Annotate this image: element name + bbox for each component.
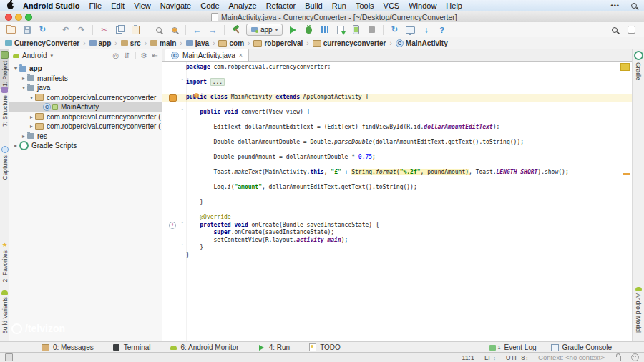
gradle-sync-icon[interactable]: ↻ bbox=[389, 24, 400, 36]
spotlight-search-icon[interactable] bbox=[631, 3, 637, 9]
code-line-14[interactable] bbox=[162, 162, 633, 170]
menu-build[interactable]: Build bbox=[305, 1, 322, 10]
tree-item-res[interactable]: ▸res bbox=[9, 132, 162, 142]
fold-marker-icon[interactable]: ˇ bbox=[181, 79, 185, 86]
code-line-7[interactable]: ˇ public void convert(View view) { bbox=[162, 109, 633, 117]
tree-item-mainactivity[interactable]: CMainActivity bbox=[9, 102, 162, 112]
tool-window-button-0-messages[interactable]: 0: Messages bbox=[42, 343, 94, 351]
code-line-13[interactable]: Double poundAmount = dollarAmountDouble … bbox=[162, 154, 633, 162]
context-indicator[interactable]: Context: <no context> bbox=[538, 353, 605, 361]
menu-view[interactable]: View bbox=[134, 1, 151, 10]
sidebar-item-1-project[interactable]: 1: Project bbox=[0, 49, 9, 89]
breadcrumb-com[interactable]: com bbox=[218, 39, 244, 47]
code-line-4[interactable] bbox=[162, 87, 633, 94]
tool-window-button-gradle-console[interactable]: Gradle Console bbox=[551, 343, 612, 351]
menu-code[interactable]: Code bbox=[200, 1, 219, 10]
menu-android-studio[interactable]: Android Studio bbox=[23, 1, 79, 10]
scrollbar-highlight-mark[interactable] bbox=[623, 173, 630, 175]
menu-analyze[interactable]: Analyze bbox=[229, 1, 257, 10]
tree-item-app[interactable]: ▾app bbox=[9, 64, 162, 74]
debug-icon[interactable] bbox=[303, 24, 314, 36]
search-everywhere-icon[interactable] bbox=[612, 27, 618, 33]
apple-menu-icon[interactable] bbox=[7, 2, 14, 9]
code-line-20[interactable] bbox=[162, 207, 633, 215]
code-line-18[interactable] bbox=[162, 192, 633, 200]
zoom-window-button[interactable] bbox=[25, 14, 32, 21]
line-ending-selector[interactable]: LF↕ bbox=[484, 353, 496, 361]
close-tab-icon[interactable]: × bbox=[239, 52, 243, 59]
minimize-window-button[interactable] bbox=[15, 14, 22, 21]
help-icon[interactable]: ? bbox=[436, 24, 447, 36]
hide-panel-icon[interactable]: ⇤ bbox=[152, 52, 158, 59]
tree-item-com-robpercival-currencyconverter[interactable]: ▸com.robpercival.currencyconverter ( bbox=[9, 122, 162, 132]
code-line-19[interactable]: } bbox=[162, 199, 633, 207]
breadcrumb-main[interactable]: main bbox=[150, 39, 176, 47]
sdk-manager-icon[interactable]: ↓ bbox=[421, 24, 431, 36]
tree-item-com-robpercival-currencyconverter[interactable]: ▾com.robpercival.currencyconverter bbox=[9, 93, 162, 103]
code-line-12[interactable] bbox=[162, 147, 633, 155]
breadcrumb-currencyconverter[interactable]: currencyconverter bbox=[313, 39, 386, 47]
breadcrumb-mainactivity[interactable]: CMainActivity bbox=[396, 39, 448, 47]
sidebar-item-android-model[interactable]: Android Model bbox=[633, 285, 644, 335]
tab-mainactivity-java[interactable]: C MainActivity.java × bbox=[165, 49, 249, 61]
menu-vcs[interactable]: VCS bbox=[384, 1, 400, 10]
code-line-16[interactable] bbox=[162, 177, 633, 185]
tool-window-button-4-run[interactable]: 4: Run bbox=[258, 343, 290, 351]
menu-file[interactable]: File bbox=[89, 1, 102, 10]
code-line-24[interactable]: setContentView(R.layout.activity_main); bbox=[162, 237, 633, 245]
close-window-button[interactable] bbox=[5, 14, 12, 21]
code-line-21[interactable]: @Override bbox=[162, 214, 633, 222]
tree-item-com-robpercival-currencyconverter[interactable]: ▸com.robpercival.currencyconverter ( bbox=[9, 112, 162, 122]
chevron-down-icon[interactable]: ▾ bbox=[50, 53, 53, 59]
cut-icon[interactable]: ✂ bbox=[99, 24, 109, 36]
breadcrumb-app[interactable]: app bbox=[89, 39, 112, 47]
menu-edit[interactable]: Edit bbox=[111, 1, 125, 10]
hector-inspector-icon[interactable] bbox=[631, 353, 639, 361]
encoding-selector[interactable]: UTF-8↕ bbox=[506, 353, 528, 361]
sidebar-item-gradle[interactable]: Gradle bbox=[633, 49, 644, 83]
settings-gear-icon[interactable]: ⚙ bbox=[141, 52, 147, 59]
code-line-2[interactable] bbox=[162, 72, 633, 79]
breadcrumb-java[interactable]: java bbox=[186, 39, 209, 47]
sidebar-item-captures[interactable]: Captures bbox=[0, 144, 9, 182]
code-line-6[interactable] bbox=[162, 102, 633, 109]
device-monitor-icon[interactable] bbox=[405, 24, 416, 36]
breadcrumb-currencyconverter[interactable]: CurrencyConverter bbox=[5, 39, 79, 47]
tree-item-manifests[interactable]: ▸manifests bbox=[9, 74, 162, 84]
override-gutter-icon[interactable]: ↑ bbox=[169, 222, 176, 229]
code-line-17[interactable]: Log.i("amount", dollarAmountEditText.get… bbox=[162, 184, 633, 192]
code-line-26[interactable]: } bbox=[162, 252, 633, 260]
run-config-select[interactable]: app▾ bbox=[246, 24, 283, 36]
tool-window-button-event-log[interactable]: 1Event Log bbox=[489, 343, 537, 351]
window-switcher-icon[interactable] bbox=[626, 24, 637, 36]
tool-window-button-6-android-monitor[interactable]: 6: Android Monitor bbox=[170, 343, 239, 351]
code-line-3[interactable]: ˇimport ... bbox=[162, 79, 633, 87]
menu-extras-icon[interactable]: ••• bbox=[611, 2, 620, 9]
code-line-15[interactable]: Toast.makeText(MainActivity.this, "£" + … bbox=[162, 169, 633, 177]
code-line-1[interactable]: package com.robpercival.currencyconverte… bbox=[162, 64, 633, 72]
stop-icon[interactable] bbox=[366, 24, 377, 36]
coverage-icon[interactable] bbox=[319, 24, 330, 36]
open-icon[interactable] bbox=[6, 24, 16, 36]
fold-marker-icon[interactable]: ˆ bbox=[181, 244, 185, 251]
attach-debugger-icon[interactable] bbox=[335, 24, 346, 36]
sync-icon[interactable]: ↻ bbox=[37, 24, 48, 36]
menu-window[interactable]: Window bbox=[409, 1, 436, 10]
code-line-23[interactable]: super.onCreate(savedInstanceState); bbox=[162, 229, 633, 237]
tree-item-java[interactable]: ▾java bbox=[9, 83, 162, 93]
code-line-8[interactable] bbox=[162, 117, 633, 124]
replace-icon[interactable] bbox=[169, 24, 180, 36]
paste-icon[interactable] bbox=[130, 24, 141, 36]
code-line-10[interactable] bbox=[162, 132, 633, 140]
run-icon[interactable] bbox=[288, 24, 298, 36]
tool-window-toggle-icon[interactable] bbox=[5, 353, 13, 361]
tool-window-button-todo[interactable]: TODO bbox=[308, 343, 341, 351]
code-editor[interactable]: package com.robpercival.currencyconverte… bbox=[162, 62, 633, 341]
code-line-5[interactable]: public class MainActivity extends AppCom… bbox=[162, 94, 633, 102]
inspection-status-indicator[interactable] bbox=[620, 63, 630, 71]
collapse-all-icon[interactable]: ⇵ bbox=[124, 52, 130, 59]
make-icon[interactable] bbox=[230, 24, 241, 36]
sidebar-item-build-variants[interactable]: Build Variants bbox=[0, 288, 9, 336]
avd-manager-icon[interactable] bbox=[351, 24, 361, 36]
menu-run[interactable]: Run bbox=[332, 1, 346, 10]
